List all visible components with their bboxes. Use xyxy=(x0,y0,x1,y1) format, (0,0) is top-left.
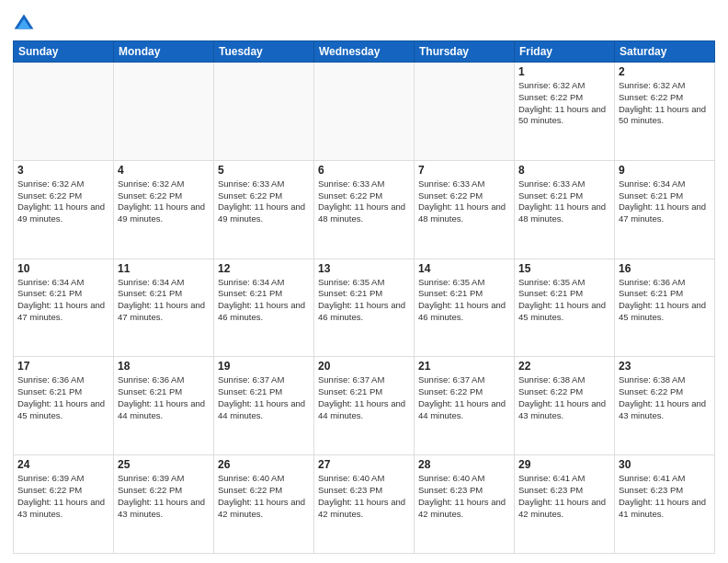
page: SundayMondayTuesdayWednesdayThursdayFrid… xyxy=(0,0,728,563)
header xyxy=(13,9,715,35)
week-row-4: 17Sunrise: 6:36 AM Sunset: 6:21 PM Dayli… xyxy=(14,357,715,455)
weekday-header-thursday: Thursday xyxy=(415,41,515,63)
calendar-cell: 10Sunrise: 6:34 AM Sunset: 6:21 PM Dayli… xyxy=(14,259,114,357)
day-info: Sunrise: 6:37 AM Sunset: 6:22 PM Dayligh… xyxy=(418,374,510,421)
week-row-1: 1Sunrise: 6:32 AM Sunset: 6:22 PM Daylig… xyxy=(14,63,715,161)
calendar-cell: 4Sunrise: 6:32 AM Sunset: 6:22 PM Daylig… xyxy=(114,160,214,259)
calendar-cell: 8Sunrise: 6:33 AM Sunset: 6:21 PM Daylig… xyxy=(515,160,615,259)
day-number: 21 xyxy=(418,360,510,373)
day-info: Sunrise: 6:41 AM Sunset: 6:23 PM Dayligh… xyxy=(518,473,610,520)
day-info: Sunrise: 6:35 AM Sunset: 6:21 PM Dayligh… xyxy=(418,277,510,324)
day-number: 12 xyxy=(218,262,310,275)
calendar-cell xyxy=(214,63,314,161)
day-info: Sunrise: 6:38 AM Sunset: 6:22 PM Dayligh… xyxy=(518,374,610,421)
calendar-cell: 7Sunrise: 6:33 AM Sunset: 6:22 PM Daylig… xyxy=(415,160,515,259)
day-info: Sunrise: 6:32 AM Sunset: 6:22 PM Dayligh… xyxy=(17,178,109,225)
day-info: Sunrise: 6:40 AM Sunset: 6:23 PM Dayligh… xyxy=(318,473,410,520)
calendar-cell: 23Sunrise: 6:38 AM Sunset: 6:22 PM Dayli… xyxy=(615,357,715,455)
day-number: 5 xyxy=(218,164,310,177)
calendar-cell: 17Sunrise: 6:36 AM Sunset: 6:21 PM Dayli… xyxy=(14,357,114,455)
day-info: Sunrise: 6:38 AM Sunset: 6:22 PM Dayligh… xyxy=(619,374,711,421)
day-number: 26 xyxy=(218,458,310,471)
day-number: 4 xyxy=(118,164,210,177)
day-info: Sunrise: 6:39 AM Sunset: 6:22 PM Dayligh… xyxy=(17,473,109,520)
logo xyxy=(13,13,39,35)
calendar-cell xyxy=(114,63,214,161)
calendar-cell xyxy=(14,63,114,161)
day-info: Sunrise: 6:33 AM Sunset: 6:22 PM Dayligh… xyxy=(418,178,510,225)
calendar: SundayMondayTuesdayWednesdayThursdayFrid… xyxy=(13,40,715,554)
day-number: 25 xyxy=(118,458,210,471)
weekday-header-sunday: Sunday xyxy=(14,41,114,63)
calendar-cell: 9Sunrise: 6:34 AM Sunset: 6:21 PM Daylig… xyxy=(615,160,715,259)
day-number: 1 xyxy=(518,65,610,78)
calendar-cell: 13Sunrise: 6:35 AM Sunset: 6:21 PM Dayli… xyxy=(314,259,415,357)
weekday-header-friday: Friday xyxy=(515,41,615,63)
calendar-cell: 20Sunrise: 6:37 AM Sunset: 6:21 PM Dayli… xyxy=(314,357,415,455)
day-number: 18 xyxy=(118,360,210,373)
calendar-cell: 27Sunrise: 6:40 AM Sunset: 6:23 PM Dayli… xyxy=(314,455,415,554)
day-number: 19 xyxy=(218,360,310,373)
weekday-header-row: SundayMondayTuesdayWednesdayThursdayFrid… xyxy=(14,41,715,63)
week-row-3: 10Sunrise: 6:34 AM Sunset: 6:21 PM Dayli… xyxy=(14,259,715,357)
calendar-cell: 18Sunrise: 6:36 AM Sunset: 6:21 PM Dayli… xyxy=(114,357,214,455)
day-info: Sunrise: 6:32 AM Sunset: 6:22 PM Dayligh… xyxy=(619,80,711,127)
day-number: 7 xyxy=(418,164,510,177)
day-number: 16 xyxy=(619,262,711,275)
day-info: Sunrise: 6:35 AM Sunset: 6:21 PM Dayligh… xyxy=(318,277,410,324)
calendar-cell: 22Sunrise: 6:38 AM Sunset: 6:22 PM Dayli… xyxy=(515,357,615,455)
weekday-header-tuesday: Tuesday xyxy=(214,41,314,63)
calendar-cell: 24Sunrise: 6:39 AM Sunset: 6:22 PM Dayli… xyxy=(14,455,114,554)
day-info: Sunrise: 6:41 AM Sunset: 6:23 PM Dayligh… xyxy=(619,473,711,520)
day-number: 10 xyxy=(17,262,109,275)
day-number: 28 xyxy=(418,458,510,471)
day-info: Sunrise: 6:33 AM Sunset: 6:22 PM Dayligh… xyxy=(318,178,410,225)
calendar-cell: 15Sunrise: 6:35 AM Sunset: 6:21 PM Dayli… xyxy=(515,259,615,357)
logo-icon xyxy=(13,13,35,35)
day-info: Sunrise: 6:32 AM Sunset: 6:22 PM Dayligh… xyxy=(118,178,210,225)
day-number: 11 xyxy=(118,262,210,275)
weekday-header-monday: Monday xyxy=(114,41,214,63)
calendar-cell: 29Sunrise: 6:41 AM Sunset: 6:23 PM Dayli… xyxy=(515,455,615,554)
calendar-cell xyxy=(314,63,415,161)
calendar-cell: 19Sunrise: 6:37 AM Sunset: 6:21 PM Dayli… xyxy=(214,357,314,455)
day-info: Sunrise: 6:39 AM Sunset: 6:22 PM Dayligh… xyxy=(118,473,210,520)
day-info: Sunrise: 6:33 AM Sunset: 6:22 PM Dayligh… xyxy=(218,178,310,225)
calendar-cell: 2Sunrise: 6:32 AM Sunset: 6:22 PM Daylig… xyxy=(615,63,715,161)
calendar-cell: 11Sunrise: 6:34 AM Sunset: 6:21 PM Dayli… xyxy=(114,259,214,357)
day-info: Sunrise: 6:35 AM Sunset: 6:21 PM Dayligh… xyxy=(518,277,610,324)
day-info: Sunrise: 6:36 AM Sunset: 6:21 PM Dayligh… xyxy=(17,374,109,421)
day-number: 30 xyxy=(619,458,711,471)
day-number: 3 xyxy=(17,164,109,177)
weekday-header-saturday: Saturday xyxy=(615,41,715,63)
day-info: Sunrise: 6:36 AM Sunset: 6:21 PM Dayligh… xyxy=(118,374,210,421)
calendar-cell: 21Sunrise: 6:37 AM Sunset: 6:22 PM Dayli… xyxy=(415,357,515,455)
calendar-cell: 26Sunrise: 6:40 AM Sunset: 6:22 PM Dayli… xyxy=(214,455,314,554)
week-row-2: 3Sunrise: 6:32 AM Sunset: 6:22 PM Daylig… xyxy=(14,160,715,259)
day-number: 14 xyxy=(418,262,510,275)
day-number: 8 xyxy=(518,164,610,177)
day-number: 2 xyxy=(619,65,711,78)
calendar-cell: 14Sunrise: 6:35 AM Sunset: 6:21 PM Dayli… xyxy=(415,259,515,357)
calendar-cell xyxy=(415,63,515,161)
calendar-cell: 6Sunrise: 6:33 AM Sunset: 6:22 PM Daylig… xyxy=(314,160,415,259)
day-number: 15 xyxy=(518,262,610,275)
calendar-cell: 12Sunrise: 6:34 AM Sunset: 6:21 PM Dayli… xyxy=(214,259,314,357)
day-info: Sunrise: 6:34 AM Sunset: 6:21 PM Dayligh… xyxy=(118,277,210,324)
day-number: 6 xyxy=(318,164,410,177)
day-number: 22 xyxy=(518,360,610,373)
calendar-cell: 16Sunrise: 6:36 AM Sunset: 6:21 PM Dayli… xyxy=(615,259,715,357)
calendar-cell: 30Sunrise: 6:41 AM Sunset: 6:23 PM Dayli… xyxy=(615,455,715,554)
day-number: 24 xyxy=(17,458,109,471)
day-number: 29 xyxy=(518,458,610,471)
calendar-cell: 25Sunrise: 6:39 AM Sunset: 6:22 PM Dayli… xyxy=(114,455,214,554)
day-number: 13 xyxy=(318,262,410,275)
calendar-cell: 1Sunrise: 6:32 AM Sunset: 6:22 PM Daylig… xyxy=(515,63,615,161)
day-number: 27 xyxy=(318,458,410,471)
day-number: 9 xyxy=(619,164,711,177)
calendar-cell: 3Sunrise: 6:32 AM Sunset: 6:22 PM Daylig… xyxy=(14,160,114,259)
day-info: Sunrise: 6:36 AM Sunset: 6:21 PM Dayligh… xyxy=(619,277,711,324)
day-number: 20 xyxy=(318,360,410,373)
day-info: Sunrise: 6:34 AM Sunset: 6:21 PM Dayligh… xyxy=(17,277,109,324)
day-info: Sunrise: 6:34 AM Sunset: 6:21 PM Dayligh… xyxy=(619,178,711,225)
